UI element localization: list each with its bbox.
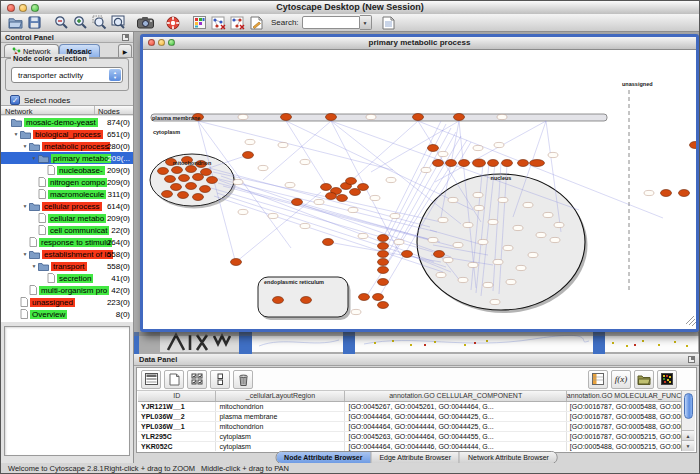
node-unselected[interactable] xyxy=(421,167,431,172)
column-header[interactable]: annotation.GO MOLECULAR_FUNCTION xyxy=(567,391,682,401)
node-selected[interactable] xyxy=(273,297,284,304)
node-unselected[interactable] xyxy=(513,225,523,230)
node-selected[interactable] xyxy=(186,183,197,190)
node-selected[interactable] xyxy=(326,114,337,121)
node-unselected[interactable] xyxy=(473,145,483,150)
tree-row[interactable]: nucleobase-209(0) xyxy=(1,164,133,176)
table-scrollbar[interactable]: ▲ ▼ xyxy=(681,391,695,451)
tree-col-nodes[interactable]: Nodes xyxy=(98,107,120,116)
table-cell[interactable]: [GO:0044464, GO:0044446, GO:0044444, G..… xyxy=(345,442,566,451)
node-unselected[interactable] xyxy=(497,114,507,119)
select-attributes-icon[interactable] xyxy=(141,370,161,389)
plasma-membrane-region[interactable] xyxy=(151,114,607,121)
node-selected[interactable] xyxy=(186,166,197,173)
node-unselected[interactable] xyxy=(468,262,478,267)
node-unselected[interactable] xyxy=(523,202,533,207)
zoom-selected-icon[interactable] xyxy=(91,15,108,31)
delete-attribute-icon[interactable] xyxy=(233,370,253,389)
node-selected[interactable] xyxy=(373,294,384,301)
node-selected[interactable] xyxy=(346,178,357,185)
import-attributes-icon[interactable] xyxy=(634,370,654,389)
tab-network-attribute-browser[interactable]: Network Attribute Browser xyxy=(460,452,557,463)
zoom-in-icon[interactable] xyxy=(72,15,89,31)
unselect-columns-icon[interactable] xyxy=(210,370,230,389)
node-selected[interactable] xyxy=(281,114,292,121)
tab-scroll-right-button[interactable]: ▶ xyxy=(118,44,132,57)
table-row[interactable]: YLR295Ccytoplasm[GO:0045263, GO:0044464,… xyxy=(138,432,682,442)
tree-row[interactable]: Overview8(0) xyxy=(1,308,133,320)
node-unselected[interactable] xyxy=(644,190,654,195)
node-unselected[interactable] xyxy=(258,165,268,170)
node-selected[interactable] xyxy=(488,160,499,167)
node-unselected[interactable] xyxy=(366,114,376,119)
birdseye-view[interactable] xyxy=(4,326,130,456)
table-cell[interactable]: [GO:0016787, GO:0005215, GO:0003824, G..… xyxy=(567,432,682,441)
node-selected[interactable] xyxy=(433,160,444,167)
open-icon[interactable] xyxy=(7,15,24,31)
tree-row[interactable]: nitrogen compo209(0) xyxy=(1,176,133,188)
node-unselected[interactable] xyxy=(503,245,513,250)
column-header[interactable]: _cellularLayoutRegion xyxy=(216,391,345,401)
network-frame[interactable]: primary metabolic process plasma membran… xyxy=(140,34,699,332)
node-unselected[interactable] xyxy=(536,232,546,237)
node-unselected[interactable] xyxy=(488,219,498,224)
node-unselected[interactable] xyxy=(493,259,503,264)
node-selected[interactable] xyxy=(446,160,457,167)
node-selected[interactable] xyxy=(171,184,182,191)
node-unselected[interactable] xyxy=(348,207,358,212)
node-selected[interactable] xyxy=(178,192,189,199)
help-icon[interactable] xyxy=(164,15,181,31)
node-unselected[interactable] xyxy=(458,277,468,282)
table-cell[interactable]: YJR121W__1 xyxy=(138,402,216,411)
table-cell[interactable]: [GO:0016787, GO:0005488, GO:0005215, G..… xyxy=(567,422,682,431)
attribute-search-icon[interactable] xyxy=(380,15,397,31)
node-unselected[interactable] xyxy=(428,237,438,242)
select-nodes-checkbox[interactable]: ✓ xyxy=(10,95,20,105)
node-unselected[interactable] xyxy=(543,212,553,217)
resize-grip-icon[interactable] xyxy=(686,316,694,324)
node-selected[interactable] xyxy=(162,191,173,198)
network-modify-icon[interactable] xyxy=(229,15,246,31)
table-row[interactable]: YPL036W__2plasma membrane[GO:0044464, GO… xyxy=(138,412,682,422)
node-unselected[interactable] xyxy=(490,299,500,304)
node-selected[interactable] xyxy=(326,193,337,200)
node-selected[interactable] xyxy=(172,167,183,174)
node-selected[interactable] xyxy=(337,195,348,202)
table-cell[interactable]: [GO:0045263, GO:0044464, GO:0044455, G..… xyxy=(345,432,566,441)
node-selected[interactable] xyxy=(473,159,486,167)
edge[interactable] xyxy=(263,121,331,180)
table-cell[interactable]: cytoplasm xyxy=(216,432,345,441)
attribute-batch-icon[interactable] xyxy=(588,370,608,389)
node-unselected[interactable] xyxy=(351,309,361,314)
twisty-icon[interactable]: ▼ xyxy=(21,251,29,257)
table-cell[interactable]: YKR052C xyxy=(138,442,216,451)
twisty-icon[interactable]: ▼ xyxy=(21,203,29,209)
node-unselected[interactable] xyxy=(516,265,526,270)
annotation-icon[interactable] xyxy=(248,15,265,31)
node-selected[interactable] xyxy=(378,302,389,309)
select-columns-icon[interactable] xyxy=(187,370,207,389)
table-cell[interactable]: plasma membrane xyxy=(216,412,345,421)
node-unselected[interactable] xyxy=(300,159,310,164)
tree-row[interactable]: multi-organism pro42(0) xyxy=(1,284,133,296)
node-selected[interactable] xyxy=(378,259,389,266)
node-selected[interactable] xyxy=(378,243,389,250)
node-unselected[interactable] xyxy=(473,192,483,197)
node-unselected[interactable] xyxy=(233,179,243,184)
node-unselected[interactable] xyxy=(245,139,255,144)
table-row[interactable]: YJR121W__1mitochondrion[GO:0045267, GO:0… xyxy=(138,402,682,412)
tree-row[interactable]: cellular metabo209(0) xyxy=(1,212,133,224)
node-unselected[interactable] xyxy=(386,177,396,182)
node-selected[interactable] xyxy=(165,176,176,183)
node-selected[interactable] xyxy=(434,251,445,258)
node-unselected[interactable] xyxy=(438,151,448,156)
table-cell[interactable]: YPL036W__2 xyxy=(138,412,216,421)
tree-row[interactable]: unassigned223(0) xyxy=(1,296,133,308)
node-selected[interactable] xyxy=(459,160,470,167)
node-unselected[interactable] xyxy=(483,282,493,287)
float-panel-icon[interactable] xyxy=(122,34,129,41)
node-unselected[interactable] xyxy=(238,209,248,214)
node-unselected[interactable] xyxy=(494,142,504,147)
node-selected[interactable] xyxy=(378,251,389,258)
node-unselected[interactable] xyxy=(463,222,473,227)
